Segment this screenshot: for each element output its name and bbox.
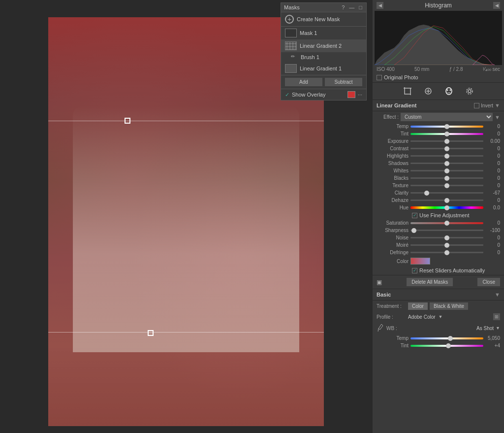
settings-tool-icon[interactable] bbox=[464, 86, 475, 97]
basic-temp-handle[interactable] bbox=[448, 336, 453, 341]
svg-line-13 bbox=[378, 329, 378, 332]
wb-dropdown-btn[interactable]: ▼ bbox=[496, 326, 500, 331]
invert-checkbox[interactable] bbox=[474, 103, 479, 108]
texture-track[interactable] bbox=[410, 185, 483, 186]
effect-row: Effect : Custom ▼ bbox=[373, 111, 504, 123]
linear-gradient-title: Linear Gradient bbox=[377, 102, 416, 108]
overlay-color-picker[interactable] bbox=[347, 91, 355, 98]
mask-tool-icon[interactable] bbox=[443, 86, 454, 97]
right-panel: ◀ Histogram ◀ ISO 400 50 mm ƒ / 2.8 ¹⁄ bbox=[372, 0, 504, 433]
tint-track[interactable] bbox=[410, 133, 483, 135]
crop-tool-icon[interactable] bbox=[402, 86, 413, 97]
bottom-expand-btn[interactable]: ▣ bbox=[377, 279, 382, 286]
basic-tint-track[interactable] bbox=[410, 345, 483, 347]
overlay-options-btn[interactable]: ··· bbox=[358, 92, 362, 98]
slider-moire: Moiré 0 bbox=[373, 241, 504, 249]
sub-mask-brush-1[interactable]: ✏ Brush 1 bbox=[281, 52, 366, 62]
mask-thumb-2 bbox=[285, 41, 297, 50]
dehaze-track[interactable] bbox=[410, 200, 483, 201]
contrast-handle[interactable] bbox=[444, 146, 449, 151]
profile-value: Adobe Color bbox=[408, 314, 436, 320]
mask-thumb-1 bbox=[285, 29, 297, 37]
fine-adj-checkbox[interactable]: ✓ bbox=[412, 213, 417, 218]
sharpness-track[interactable] bbox=[410, 230, 483, 231]
color-swatch[interactable] bbox=[410, 258, 430, 265]
effect-section-collapse[interactable]: ▼ bbox=[495, 114, 500, 120]
dehaze-handle[interactable] bbox=[444, 198, 449, 203]
defringe-track[interactable] bbox=[410, 252, 483, 253]
profile-grid-btn[interactable]: ⊞ bbox=[493, 313, 500, 320]
mask-item-1[interactable]: Mask 1 bbox=[281, 27, 366, 39]
masks-panel-close-btn[interactable]: — bbox=[348, 4, 355, 10]
gradient-line-bottom bbox=[48, 332, 324, 333]
sharpness-label: Sharpness bbox=[377, 228, 409, 233]
contrast-track[interactable] bbox=[410, 148, 483, 149]
sharpness-value: -100 bbox=[485, 228, 500, 233]
control-point-bottom[interactable] bbox=[148, 330, 154, 336]
mask-add-btn[interactable]: Add bbox=[285, 78, 322, 86]
noise-handle[interactable] bbox=[444, 235, 449, 240]
mask-item-3[interactable]: Linear Gradient 1 bbox=[281, 62, 366, 75]
sharpness-handle[interactable] bbox=[411, 228, 416, 233]
saturation-handle[interactable] bbox=[444, 221, 449, 226]
gradient-line-top bbox=[48, 121, 324, 121]
color-treatment-btn[interactable]: Color bbox=[408, 302, 428, 310]
whites-handle[interactable] bbox=[444, 168, 449, 173]
original-photo-checkbox[interactable] bbox=[377, 75, 382, 80]
clarity-handle[interactable] bbox=[424, 191, 429, 196]
blacks-handle[interactable] bbox=[444, 176, 449, 181]
girls-silhouette bbox=[73, 106, 299, 352]
mask-item-2[interactable]: Linear Gradient 2 bbox=[281, 39, 366, 52]
moire-track[interactable] bbox=[410, 244, 483, 246]
exposure-label: Exposure bbox=[377, 138, 409, 144]
masks-add-subtract-row: Add Subtract bbox=[281, 75, 366, 89]
moire-handle[interactable] bbox=[444, 243, 449, 248]
whites-track[interactable] bbox=[410, 170, 483, 171]
shadows-handle[interactable] bbox=[444, 161, 449, 166]
noise-track[interactable] bbox=[410, 237, 483, 238]
masks-panel-expand-btn[interactable]: □ bbox=[358, 4, 363, 10]
texture-handle[interactable] bbox=[444, 183, 449, 188]
bw-treatment-btn[interactable]: Black & White bbox=[430, 302, 468, 310]
effect-dropdown[interactable]: Custom bbox=[401, 113, 493, 121]
exposure-track[interactable] bbox=[410, 140, 483, 142]
highlights-track[interactable] bbox=[410, 155, 483, 157]
clarity-track[interactable] bbox=[410, 192, 483, 194]
mask-subtract-btn[interactable]: Subtract bbox=[325, 78, 362, 86]
create-mask-add-btn[interactable]: + bbox=[285, 15, 294, 24]
exposure-handle[interactable] bbox=[444, 139, 449, 144]
basic-slider-tint: Tint +4 bbox=[373, 342, 504, 349]
basic-tint-handle[interactable] bbox=[446, 343, 451, 348]
defringe-handle[interactable] bbox=[444, 250, 449, 255]
hue-handle[interactable] bbox=[444, 205, 449, 210]
dehaze-label: Dehaze bbox=[377, 198, 409, 203]
tint-handle[interactable] bbox=[444, 132, 449, 136]
temp-handle[interactable] bbox=[444, 124, 449, 129]
saturation-track[interactable] bbox=[410, 222, 483, 224]
basic-temp-track[interactable] bbox=[410, 337, 483, 339]
heal-tool-icon[interactable] bbox=[423, 86, 434, 97]
temp-track[interactable] bbox=[410, 126, 483, 128]
eyedropper-icon[interactable] bbox=[377, 323, 384, 333]
svg-rect-0 bbox=[405, 88, 410, 94]
close-btn[interactable]: Close bbox=[477, 278, 500, 286]
basic-section-expand[interactable]: ▼ bbox=[495, 292, 500, 298]
delete-all-masks-btn[interactable]: Delete All Masks bbox=[407, 278, 453, 286]
masks-panel-help-btn[interactable]: ? bbox=[341, 4, 346, 10]
highlights-handle[interactable] bbox=[444, 154, 449, 159]
profile-dropdown-btn[interactable]: ▼ bbox=[439, 314, 443, 319]
shadows-track[interactable] bbox=[410, 163, 483, 164]
reset-sliders-checkbox[interactable]: ✓ bbox=[412, 268, 417, 273]
whites-value: 0 bbox=[485, 168, 500, 173]
blacks-label: Blacks bbox=[377, 175, 409, 181]
svg-point-8 bbox=[446, 88, 452, 95]
blacks-track[interactable] bbox=[410, 177, 483, 179]
slider-temp: Temp 0 bbox=[373, 123, 504, 130]
basic-section-header[interactable]: Basic ▼ bbox=[373, 289, 504, 300]
control-point-top[interactable] bbox=[125, 118, 130, 124]
section-dropdown-icon[interactable]: ▼ bbox=[495, 102, 500, 108]
effect-label: Effect : bbox=[377, 114, 399, 120]
histogram-expand-right-btn[interactable]: ◀ bbox=[493, 2, 500, 9]
histogram-expand-left-btn[interactable]: ◀ bbox=[377, 2, 383, 9]
hue-track[interactable] bbox=[410, 206, 483, 209]
